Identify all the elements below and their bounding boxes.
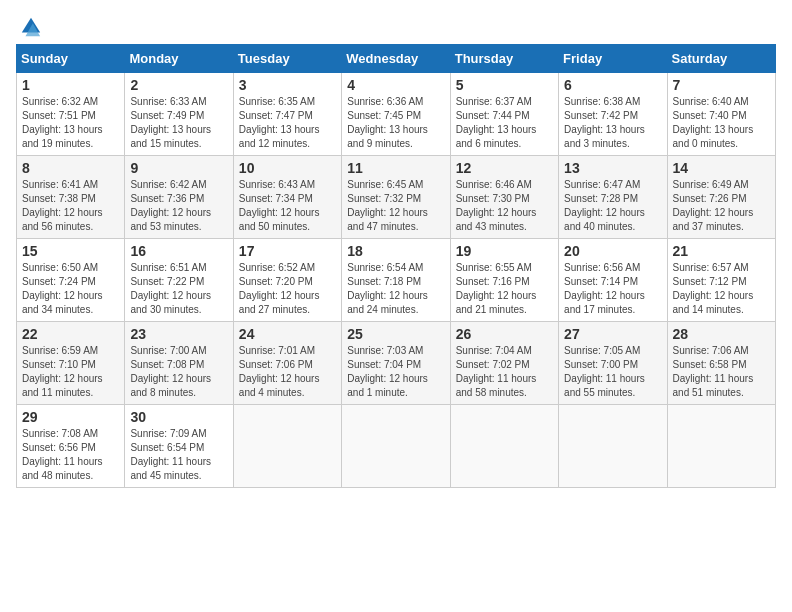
calendar-cell: 12Sunrise: 6:46 AM Sunset: 7:30 PM Dayli… [450, 156, 558, 239]
day-number: 11 [347, 160, 444, 176]
calendar-cell: 29Sunrise: 7:08 AM Sunset: 6:56 PM Dayli… [17, 405, 125, 488]
day-info: Sunrise: 6:56 AM Sunset: 7:14 PM Dayligh… [564, 261, 661, 317]
calendar-cell: 22Sunrise: 6:59 AM Sunset: 7:10 PM Dayli… [17, 322, 125, 405]
calendar-cell [233, 405, 341, 488]
calendar-week-row: 22Sunrise: 6:59 AM Sunset: 7:10 PM Dayli… [17, 322, 776, 405]
calendar-cell [450, 405, 558, 488]
calendar-cell [667, 405, 775, 488]
day-info: Sunrise: 7:09 AM Sunset: 6:54 PM Dayligh… [130, 427, 227, 483]
day-info: Sunrise: 6:52 AM Sunset: 7:20 PM Dayligh… [239, 261, 336, 317]
day-info: Sunrise: 6:33 AM Sunset: 7:49 PM Dayligh… [130, 95, 227, 151]
calendar-cell: 16Sunrise: 6:51 AM Sunset: 7:22 PM Dayli… [125, 239, 233, 322]
day-info: Sunrise: 7:00 AM Sunset: 7:08 PM Dayligh… [130, 344, 227, 400]
weekday-header: Saturday [667, 45, 775, 73]
weekday-header: Monday [125, 45, 233, 73]
calendar-cell: 10Sunrise: 6:43 AM Sunset: 7:34 PM Dayli… [233, 156, 341, 239]
day-number: 1 [22, 77, 119, 93]
weekday-header: Tuesday [233, 45, 341, 73]
day-info: Sunrise: 6:36 AM Sunset: 7:45 PM Dayligh… [347, 95, 444, 151]
calendar-cell: 2Sunrise: 6:33 AM Sunset: 7:49 PM Daylig… [125, 73, 233, 156]
day-number: 25 [347, 326, 444, 342]
calendar-week-row: 15Sunrise: 6:50 AM Sunset: 7:24 PM Dayli… [17, 239, 776, 322]
day-info: Sunrise: 6:59 AM Sunset: 7:10 PM Dayligh… [22, 344, 119, 400]
day-info: Sunrise: 6:41 AM Sunset: 7:38 PM Dayligh… [22, 178, 119, 234]
calendar-cell: 5Sunrise: 6:37 AM Sunset: 7:44 PM Daylig… [450, 73, 558, 156]
calendar-cell: 3Sunrise: 6:35 AM Sunset: 7:47 PM Daylig… [233, 73, 341, 156]
weekday-header: Thursday [450, 45, 558, 73]
calendar-cell: 14Sunrise: 6:49 AM Sunset: 7:26 PM Dayli… [667, 156, 775, 239]
day-info: Sunrise: 7:06 AM Sunset: 6:58 PM Dayligh… [673, 344, 770, 400]
calendar-cell: 30Sunrise: 7:09 AM Sunset: 6:54 PM Dayli… [125, 405, 233, 488]
day-number: 30 [130, 409, 227, 425]
day-info: Sunrise: 6:49 AM Sunset: 7:26 PM Dayligh… [673, 178, 770, 234]
day-info: Sunrise: 6:43 AM Sunset: 7:34 PM Dayligh… [239, 178, 336, 234]
calendar-header-row: SundayMondayTuesdayWednesdayThursdayFrid… [17, 45, 776, 73]
day-number: 13 [564, 160, 661, 176]
day-info: Sunrise: 6:50 AM Sunset: 7:24 PM Dayligh… [22, 261, 119, 317]
calendar-cell: 24Sunrise: 7:01 AM Sunset: 7:06 PM Dayli… [233, 322, 341, 405]
day-info: Sunrise: 7:01 AM Sunset: 7:06 PM Dayligh… [239, 344, 336, 400]
day-number: 26 [456, 326, 553, 342]
day-info: Sunrise: 6:46 AM Sunset: 7:30 PM Dayligh… [456, 178, 553, 234]
day-number: 19 [456, 243, 553, 259]
calendar-cell: 13Sunrise: 6:47 AM Sunset: 7:28 PM Dayli… [559, 156, 667, 239]
day-number: 4 [347, 77, 444, 93]
day-info: Sunrise: 6:57 AM Sunset: 7:12 PM Dayligh… [673, 261, 770, 317]
day-number: 18 [347, 243, 444, 259]
weekday-header: Wednesday [342, 45, 450, 73]
calendar-cell: 6Sunrise: 6:38 AM Sunset: 7:42 PM Daylig… [559, 73, 667, 156]
weekday-header: Sunday [17, 45, 125, 73]
calendar-table: SundayMondayTuesdayWednesdayThursdayFrid… [16, 44, 776, 488]
calendar-cell: 23Sunrise: 7:00 AM Sunset: 7:08 PM Dayli… [125, 322, 233, 405]
day-info: Sunrise: 6:51 AM Sunset: 7:22 PM Dayligh… [130, 261, 227, 317]
day-number: 9 [130, 160, 227, 176]
calendar-cell: 8Sunrise: 6:41 AM Sunset: 7:38 PM Daylig… [17, 156, 125, 239]
day-number: 8 [22, 160, 119, 176]
calendar-cell: 20Sunrise: 6:56 AM Sunset: 7:14 PM Dayli… [559, 239, 667, 322]
day-number: 3 [239, 77, 336, 93]
day-info: Sunrise: 6:42 AM Sunset: 7:36 PM Dayligh… [130, 178, 227, 234]
day-info: Sunrise: 6:37 AM Sunset: 7:44 PM Dayligh… [456, 95, 553, 151]
day-info: Sunrise: 6:32 AM Sunset: 7:51 PM Dayligh… [22, 95, 119, 151]
calendar-cell: 27Sunrise: 7:05 AM Sunset: 7:00 PM Dayli… [559, 322, 667, 405]
day-number: 29 [22, 409, 119, 425]
day-number: 10 [239, 160, 336, 176]
day-number: 21 [673, 243, 770, 259]
page-header [16, 16, 776, 38]
day-number: 14 [673, 160, 770, 176]
calendar-cell: 25Sunrise: 7:03 AM Sunset: 7:04 PM Dayli… [342, 322, 450, 405]
day-number: 6 [564, 77, 661, 93]
day-info: Sunrise: 7:08 AM Sunset: 6:56 PM Dayligh… [22, 427, 119, 483]
calendar-cell: 7Sunrise: 6:40 AM Sunset: 7:40 PM Daylig… [667, 73, 775, 156]
calendar-week-row: 29Sunrise: 7:08 AM Sunset: 6:56 PM Dayli… [17, 405, 776, 488]
calendar-week-row: 1Sunrise: 6:32 AM Sunset: 7:51 PM Daylig… [17, 73, 776, 156]
day-number: 27 [564, 326, 661, 342]
calendar-cell: 1Sunrise: 6:32 AM Sunset: 7:51 PM Daylig… [17, 73, 125, 156]
calendar-cell [342, 405, 450, 488]
day-number: 2 [130, 77, 227, 93]
calendar-cell: 18Sunrise: 6:54 AM Sunset: 7:18 PM Dayli… [342, 239, 450, 322]
calendar-cell: 21Sunrise: 6:57 AM Sunset: 7:12 PM Dayli… [667, 239, 775, 322]
day-number: 28 [673, 326, 770, 342]
day-number: 22 [22, 326, 119, 342]
calendar-cell [559, 405, 667, 488]
calendar-cell: 26Sunrise: 7:04 AM Sunset: 7:02 PM Dayli… [450, 322, 558, 405]
calendar-cell: 4Sunrise: 6:36 AM Sunset: 7:45 PM Daylig… [342, 73, 450, 156]
day-info: Sunrise: 6:47 AM Sunset: 7:28 PM Dayligh… [564, 178, 661, 234]
day-info: Sunrise: 7:03 AM Sunset: 7:04 PM Dayligh… [347, 344, 444, 400]
day-number: 16 [130, 243, 227, 259]
day-number: 12 [456, 160, 553, 176]
day-number: 17 [239, 243, 336, 259]
calendar-cell: 9Sunrise: 6:42 AM Sunset: 7:36 PM Daylig… [125, 156, 233, 239]
day-info: Sunrise: 6:40 AM Sunset: 7:40 PM Dayligh… [673, 95, 770, 151]
logo [16, 16, 42, 38]
day-info: Sunrise: 6:38 AM Sunset: 7:42 PM Dayligh… [564, 95, 661, 151]
day-number: 24 [239, 326, 336, 342]
day-info: Sunrise: 6:55 AM Sunset: 7:16 PM Dayligh… [456, 261, 553, 317]
day-info: Sunrise: 6:54 AM Sunset: 7:18 PM Dayligh… [347, 261, 444, 317]
day-info: Sunrise: 6:45 AM Sunset: 7:32 PM Dayligh… [347, 178, 444, 234]
calendar-cell: 17Sunrise: 6:52 AM Sunset: 7:20 PM Dayli… [233, 239, 341, 322]
calendar-cell: 28Sunrise: 7:06 AM Sunset: 6:58 PM Dayli… [667, 322, 775, 405]
calendar-cell: 15Sunrise: 6:50 AM Sunset: 7:24 PM Dayli… [17, 239, 125, 322]
day-info: Sunrise: 7:05 AM Sunset: 7:00 PM Dayligh… [564, 344, 661, 400]
